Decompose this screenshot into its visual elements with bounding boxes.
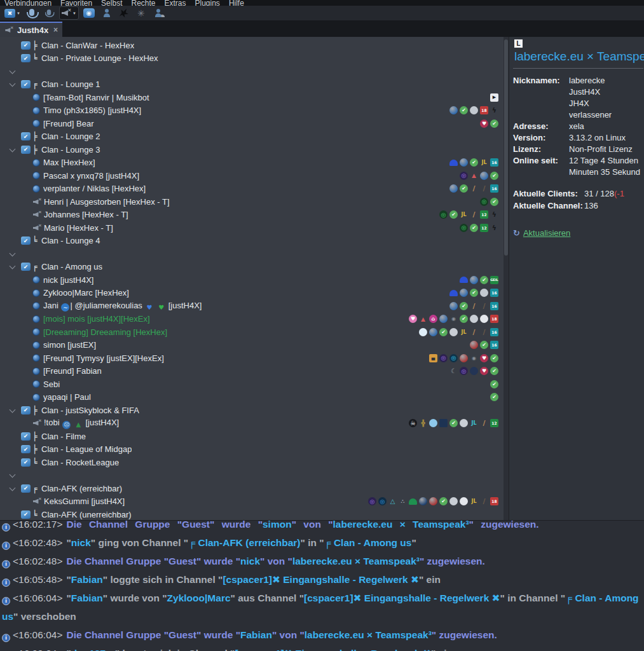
client-row[interactable]: [Freund] Tymysy [justEX][HexEx]▄◎◎◉♥✔ (0, 352, 504, 365)
add-contact-button[interactable] (151, 6, 166, 20)
camera-badge: ◉ (449, 315, 458, 323)
log-name-link[interactable]: nick (240, 556, 260, 566)
channel-row[interactable]: ✔╒Clan - Lounge 1 (0, 78, 504, 92)
expand-chevron-icon[interactable] (9, 252, 21, 256)
log-name-link[interactable]: ╒ Clan-AFK (erreichbar) (188, 537, 300, 548)
client-row[interactable]: Timo (ph3x1865) [justH4X]✔18ϟ (0, 104, 504, 118)
boots-yellow-badge: JL (460, 328, 468, 336)
client-row[interactable]: Jani ~| @juliamerekoulias ♥ ♥ [justH4X]✔… (0, 299, 504, 313)
info-icon: i (2, 523, 10, 531)
client-info-button[interactable] (99, 6, 114, 20)
log-name-link[interactable]: [cspacer1]✖ Eingangshalle - Regelwerk ✖ (304, 593, 500, 603)
swirl-purple-badge: ◎ (460, 367, 468, 375)
panel-field-label: Version: (513, 132, 569, 144)
log-name-link[interactable]: [cspacer1]✖ Eingangshalle - Regelwerk ✖ (223, 574, 419, 585)
log-name-link[interactable]: Fabian (71, 574, 103, 585)
away-toggle-button[interactable]: ◉ (81, 6, 97, 20)
log-name-link[interactable]: Fabian (240, 629, 272, 640)
playback-mute-button[interactable]: ▼ (59, 6, 79, 20)
server-tab[interactable]: Justh4x × (0, 22, 62, 37)
log-name-link[interactable]: simon (263, 520, 292, 530)
menu-item-rechte[interactable]: Rechte (127, 0, 160, 6)
log-name-link[interactable]: Zyklooo|Marc (167, 593, 231, 603)
client-row[interactable]: [Freund] Bear♥✔ (0, 117, 504, 130)
channel-row[interactable]: ✔╘Clan - Lounge 4 (0, 235, 504, 248)
channel-row[interactable]: ✔╘Clan-AFK (unerreichbar) (0, 508, 504, 520)
pin-cyan-badge: ◎ (449, 354, 458, 362)
log-name-link[interactable]: Fabian (71, 593, 103, 603)
client-row[interactable]: Johannes [HexHex - T]◎✔JL∕12ϟ (0, 209, 504, 222)
expand-chevron-icon[interactable] (9, 70, 21, 73)
log-name-link[interactable]: laberecke.eu × Teamspeak³ (305, 629, 432, 640)
check-badge: ✔ (470, 224, 478, 232)
client-row[interactable]: Zyklooo|Marc [HexHex]✔16 (0, 287, 504, 300)
client-row[interactable]: [Freund] Fabian☾◎♥✔ (0, 365, 504, 378)
whisper-lists-button[interactable] (116, 6, 132, 20)
log-name-link[interactable]: [cspacer1]✖ Eingangshalle - Regelwerk ✖ (235, 648, 431, 651)
client-row[interactable]: [Team-Bot] Ranvir | Musikbot▶ (0, 91, 504, 104)
client-row[interactable]: [Dreeaming] Dreeaming [HexHex]✔JL∕∕16 (0, 326, 504, 339)
pick-brown-badge: ∕ (470, 328, 478, 336)
menu-item-favoriten[interactable]: Favoriten (56, 0, 97, 6)
channel-row[interactable]: ✔╒Clan-AFK (erreichbar) (0, 482, 504, 495)
log-name-link[interactable]: der 187er (71, 648, 115, 651)
channel-row[interactable]: ✔╞Clan - Filme (0, 430, 504, 443)
server-log[interactable]: i<16:02:17>Die Channel Gruppe "Guest" wu… (0, 520, 644, 651)
expand-chevron-icon[interactable] (9, 148, 21, 151)
log-text: " zugewiesen. (420, 556, 485, 566)
expand-chevron-icon[interactable] (9, 487, 21, 490)
channel-row[interactable]: ✔╘Clan - Private Lounge - HexHex (0, 52, 504, 65)
client-row[interactable]: Mario [HexHex - T]◎✔12ϟ (0, 221, 504, 235)
sq18-red-badge: 18 (480, 106, 488, 114)
menu-item-verbindungen[interactable]: Verbindungen (0, 0, 56, 6)
channel-row[interactable]: ✔╞Clan - Lounge 2 (0, 130, 504, 144)
client-row[interactable]: Sebi✔ (0, 378, 504, 391)
expand-chevron-icon[interactable] (9, 474, 21, 477)
sq18-red-badge: 18 (490, 315, 498, 323)
client-row[interactable]: verplanter / Niklas [HexHex]✔∕∕16 (0, 182, 504, 196)
log-text: " (66, 537, 71, 548)
log-name-link[interactable]: laberecke.eu × Teamspeak³ (292, 556, 420, 566)
capture-profile-button[interactable] (25, 6, 40, 20)
expand-chevron-icon[interactable] (9, 409, 21, 412)
channel-row[interactable]: ✔╞Clan - ClanWar - HexHex (0, 39, 504, 52)
tree-scrollbar[interactable] (504, 37, 509, 520)
log-name-link[interactable]: laberecke.eu × Teamspeak³ (333, 520, 469, 530)
badges-button[interactable]: ✳ (134, 6, 149, 20)
client-row[interactable]: yapaqi | Paul✔ (0, 391, 504, 404)
client-icon (32, 341, 40, 349)
channel-row[interactable]: ✔╘Clan - RocketLeague (0, 456, 504, 469)
client-row[interactable]: Max [HexHex]✔JL16 (0, 156, 504, 170)
connections-button[interactable]: ✖▼ (2, 6, 23, 20)
sphere-navy-badge (419, 497, 427, 505)
log-name-link[interactable]: ╒ Clan - Among us (324, 537, 412, 548)
capture-mute-button[interactable] (42, 6, 57, 20)
channel-icon: ✔ (21, 511, 31, 519)
menu-item-extras[interactable]: Extras (160, 0, 191, 6)
channel-row[interactable]: ✔╞Clan - Lounge 3 (0, 143, 504, 156)
channel-row[interactable]: ✔╞Clan - League of Midgap (0, 443, 504, 456)
sphere-blue-badge (460, 158, 468, 167)
refresh-link[interactable]: Aktualisieren (523, 228, 570, 238)
channel-row[interactable]: ✔╒Clan - Among us (0, 261, 504, 274)
client-row[interactable]: Henri | Ausgestorben [HexHex - T]◎✔ (0, 195, 504, 209)
client-row[interactable]: [mois] mois [justH4X][HexEx]♥▲⌂◉✔18 (0, 313, 504, 326)
client-row[interactable]: Pascal x ynxq78 [justH4X]◎▲✔ (0, 169, 504, 182)
log-text: " loggte sich in Channel " (103, 574, 223, 585)
expand-chevron-icon[interactable] (9, 83, 21, 86)
info-icon: i (2, 542, 10, 550)
menu-item-hilfe[interactable]: Hilfe (224, 0, 249, 6)
log-name-link[interactable]: nick (71, 537, 91, 548)
panel-field-label: Lizenz: (513, 144, 569, 155)
expand-chevron-icon[interactable] (9, 265, 21, 268)
client-row[interactable]: nick [justH4X]✔GEIL (0, 273, 504, 287)
tab-close-icon[interactable]: × (53, 25, 58, 34)
channel-row[interactable]: ✔╞Clan - justSkyblock & FIFA (0, 404, 504, 417)
menu-item-plugins[interactable]: Plugins (191, 0, 224, 6)
channel-name: Clan-AFK (unerreichbar) (41, 510, 132, 519)
tree-scrollbar-thumb[interactable] (504, 39, 508, 256)
client-row[interactable]: simon [justEX]✔16 (0, 339, 504, 352)
client-row[interactable]: KeksGummi [justH4X]◎◎△∴✔JL∕18 (0, 495, 504, 509)
menu-item-selbst[interactable]: Selbst (97, 0, 127, 6)
client-row[interactable]: !tobi ☹ ▲ [justH4X]☠╬✔JL∕12 (0, 417, 504, 430)
